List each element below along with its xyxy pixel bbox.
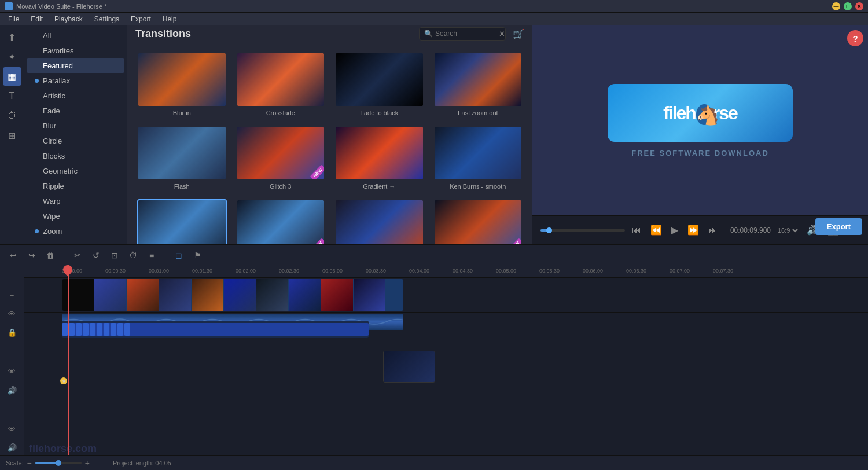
sidebar-label-geometric: Geometric (43, 167, 78, 175)
transition-fast-zoom[interactable]: Fast zoom out (432, 50, 525, 118)
transition-crossfade[interactable]: Crossfade (234, 50, 328, 118)
scale-slider-fill (35, 462, 58, 464)
sidebar-item-offset[interactable]: Offset (27, 239, 124, 244)
menu-settings[interactable]: Settings (89, 14, 125, 24)
track-lock-1[interactable]: 🔒 (3, 325, 21, 339)
ruler-mark-7: 00:03:30 (366, 268, 386, 274)
prev-frame-button[interactable]: ⏪ (648, 223, 664, 237)
ruler-mark-9: 00:04:30 (453, 268, 473, 274)
sidebar-label-blocks: Blocks (43, 152, 65, 160)
video-thumbnails (62, 279, 385, 311)
undo-button[interactable]: ↩ (6, 248, 21, 263)
clear-search-icon[interactable]: ✕ (499, 30, 505, 38)
scale-plus-icon[interactable]: + (85, 458, 90, 468)
minimize-button[interactable]: — (832, 2, 840, 10)
transition-offset[interactable]: NEW Offset → (234, 197, 328, 244)
menu-file[interactable]: File (2, 14, 25, 24)
transition-glitch3[interactable]: NEW Glitch 3 (234, 124, 328, 192)
titles-button[interactable]: T (3, 87, 21, 105)
menu-playback[interactable]: Playback (49, 14, 89, 24)
transition-blur-in[interactable]: Blur in (135, 50, 229, 118)
crop-button[interactable]: ⊡ (107, 248, 122, 263)
time-button[interactable]: ⏱ (3, 107, 21, 125)
sidebar-item-zoom[interactable]: Zoom (27, 224, 124, 238)
sidebar-item-wipe[interactable]: Wipe (27, 209, 124, 223)
transition-ken-burns[interactable]: Ken Burns - smooth (432, 124, 525, 192)
subtitle-track[interactable] (62, 321, 369, 338)
preview-area: fileh🐴rse FREE SOFTWARE DOWNLOAD ? (532, 25, 868, 215)
menu-edit[interactable]: Edit (25, 14, 49, 24)
scale-slider-dot (56, 460, 61, 466)
sidebar-item-fade[interactable]: Fade (27, 104, 124, 118)
redo-button[interactable]: ↪ (24, 248, 39, 263)
maximize-button[interactable]: □ (844, 2, 852, 10)
sidebar-item-all[interactable]: All (27, 28, 124, 43)
transition-lens[interactable]: Lens ↗ (135, 197, 229, 244)
aspect-ratio-select[interactable]: 16:9 4:3 1:1 (775, 226, 800, 234)
vt-thumb-3 (159, 279, 191, 311)
cart-icon[interactable]: 🛒 (513, 28, 524, 39)
skip-start-button[interactable]: ⏮ (630, 224, 643, 237)
delete-button[interactable]: 🗑 (43, 248, 58, 263)
sidebar-item-blur[interactable]: Blur (27, 119, 124, 133)
transitions-grid: Blur in Crossfade Fade to black Fast zoo… (127, 42, 532, 244)
playhead[interactable] (68, 265, 69, 455)
transition-page-turn[interactable]: Page turn ↗ (333, 197, 426, 244)
app-icon (5, 2, 13, 10)
filter-button[interactable]: ≡ (144, 248, 159, 263)
sidebar-item-warp[interactable]: Warp (27, 194, 124, 208)
skip-end-button[interactable]: ⏭ (706, 224, 720, 237)
transition-gradient[interactable]: Gradient → (333, 124, 426, 192)
scale-slider[interactable] (35, 462, 82, 464)
sidebar-label-featured: Featured (43, 61, 73, 70)
vt-thumb-0 (62, 279, 94, 311)
transition-fade-black[interactable]: Fade to black (333, 50, 426, 118)
transitions-mode-button[interactable]: ◻ (171, 248, 186, 263)
sidebar-label-parallax: Parallax (43, 76, 70, 85)
play-button[interactable]: ▶ (669, 223, 681, 237)
track-eye-2[interactable]: 👁 (3, 365, 21, 379)
menu-export[interactable]: Export (125, 14, 157, 24)
sidebar-item-circle[interactable]: Circle (27, 134, 124, 148)
stabilize-button[interactable]: ⏱ (126, 248, 141, 263)
sidebar-item-ripple[interactable]: Ripple (27, 179, 124, 193)
preview-progress-bar[interactable] (540, 229, 625, 232)
help-button[interactable]: ? (847, 30, 863, 46)
vt-thumb-1 (94, 279, 126, 311)
center-panel: All Favorites Featured Parallax Artistic… (24, 25, 868, 244)
timeline-left-tools: + 👁 🔒 👁 🔊 👁 🔊 (0, 265, 24, 455)
scale-slider-container: − + (27, 458, 90, 468)
export-button[interactable]: Export (815, 218, 862, 235)
sidebar-item-blocks[interactable]: Blocks (27, 149, 124, 163)
transition-parallax1[interactable]: NEW Parallax 1 (432, 197, 525, 244)
rotate-button[interactable]: ↺ (89, 248, 104, 263)
sidebar-label-all: All (43, 31, 51, 40)
search-box[interactable]: 🔍 ✕ (419, 27, 506, 41)
video-track[interactable] (62, 279, 403, 311)
close-button[interactable]: ✕ (855, 2, 863, 10)
cut-button[interactable]: ✂ (70, 248, 85, 263)
next-frame-button[interactable]: ⏩ (685, 223, 701, 237)
track-eye-3[interactable]: 👁 (3, 423, 21, 436)
transition-flash[interactable]: Flash (135, 124, 229, 192)
vt-thumb-7 (289, 279, 321, 311)
track-lock-3[interactable]: 🔊 (3, 441, 21, 455)
menu-help[interactable]: Help (157, 14, 183, 24)
blocks-button[interactable]: ⊞ (3, 126, 21, 145)
sidebar-item-featured[interactable]: Featured (27, 58, 124, 73)
toolbar-separator-1 (64, 249, 64, 261)
add-track-button[interactable]: + (3, 288, 21, 302)
effects-button[interactable]: ✦ (3, 47, 21, 66)
import-button[interactable]: ⬆ (3, 28, 21, 46)
transitions-button[interactable]: ▦ (3, 67, 21, 86)
search-input[interactable] (435, 30, 499, 38)
timeline-tracks: ★ (24, 278, 868, 455)
sidebar-item-geometric[interactable]: Geometric (27, 164, 124, 178)
markers-button[interactable]: ⚑ (190, 248, 205, 263)
track-eye-1[interactable]: 👁 (3, 307, 21, 321)
sidebar-item-artistic[interactable]: Artistic (27, 89, 124, 103)
sidebar-item-favorites[interactable]: Favorites (27, 43, 124, 58)
sidebar-item-parallax[interactable]: Parallax (27, 74, 124, 88)
track-lock-2[interactable]: 🔊 (3, 383, 21, 397)
scale-minus-icon[interactable]: − (27, 458, 32, 468)
